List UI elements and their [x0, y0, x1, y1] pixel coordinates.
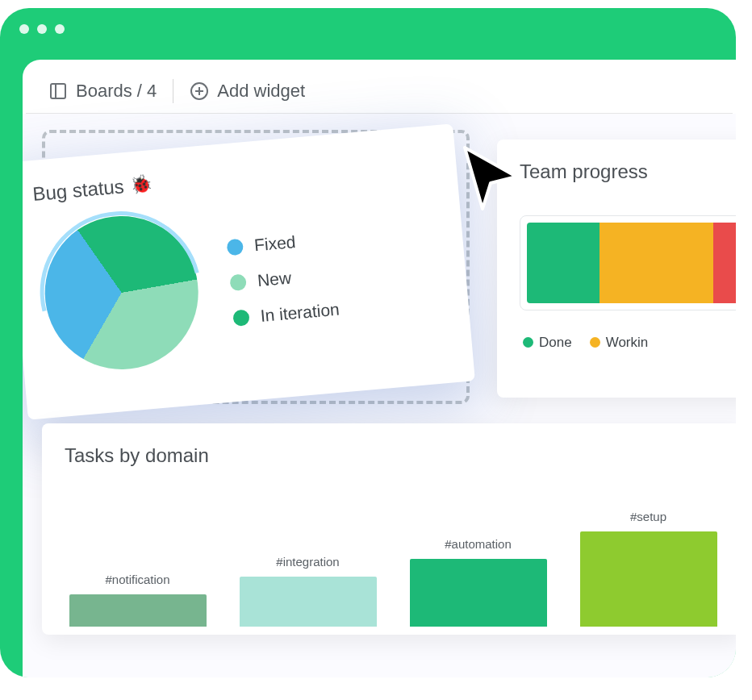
bar-label: #setup: [630, 510, 666, 523]
plus-circle-icon: [190, 81, 209, 101]
legend-item: In iteration: [232, 300, 340, 328]
bar-label: #integration: [276, 555, 339, 569]
toolbar-divider: [173, 79, 173, 103]
boards-icon: [48, 81, 68, 101]
progress-segment: [527, 223, 600, 303]
team-progress-title-text: Team progress: [520, 160, 648, 183]
widget-title: Tasks by domain: [65, 444, 721, 467]
bug-icon: 🐞: [129, 173, 152, 196]
app-frame: Boards / 4 Add widget Bug status 🐞: [0, 8, 736, 677]
boards-label: Boards / 4: [76, 81, 157, 102]
titlebar: [0, 8, 736, 50]
team-progress-widget[interactable]: Team progress DoneWorkin: [497, 140, 736, 398]
legend-item: Fixed: [226, 229, 334, 257]
widget-title: Team progress: [520, 160, 736, 183]
legend-dot: [232, 309, 250, 327]
legend-dot: [229, 273, 247, 291]
bar-label: #automation: [445, 537, 512, 551]
window-dot: [55, 24, 65, 34]
toolbar: Boards / 4 Add widget: [26, 60, 733, 114]
progress-segment: [600, 223, 713, 303]
legend-item: Workin: [590, 335, 649, 351]
legend-dot: [590, 337, 600, 348]
progress-bar-container: [520, 215, 736, 310]
team-legend: DoneWorkin: [520, 335, 736, 351]
bug-status-widget[interactable]: Bug status 🐞 FixedNewIn iteration: [23, 123, 475, 419]
pie-legend: FixedNewIn iteration: [226, 229, 340, 328]
legend-label: In iteration: [260, 300, 340, 326]
legend-item: New: [229, 265, 337, 293]
legend-label: Fixed: [253, 232, 296, 255]
pie-row: FixedNewIn iteration: [36, 189, 448, 377]
bar-group: #integration: [235, 555, 381, 627]
legend-item: Done: [523, 335, 572, 351]
add-widget-button[interactable]: Add widget: [190, 81, 305, 102]
window-body: Boards / 4 Add widget Bug status 🐞: [23, 60, 736, 677]
window-dot: [19, 24, 29, 34]
bar: [240, 577, 377, 627]
pie-chart: [39, 210, 205, 376]
tasks-title-text: Tasks by domain: [65, 444, 209, 467]
cursor-icon: [450, 138, 531, 219]
svg-rect-0: [51, 84, 65, 98]
add-widget-label: Add widget: [217, 81, 305, 102]
board-area: Bug status 🐞 FixedNewIn iteration: [23, 114, 736, 677]
legend-label: New: [257, 269, 292, 291]
bar-chart: #notification#integration#automation#set…: [65, 490, 721, 627]
progress-segment: [713, 223, 736, 303]
bar: [580, 531, 717, 627]
bar: [69, 594, 207, 627]
legend-dot: [226, 239, 244, 256]
boards-selector[interactable]: Boards / 4: [48, 81, 157, 102]
bar-group: #notification: [65, 573, 211, 627]
bar-group: #automation: [405, 537, 551, 627]
bar-group: #setup: [575, 510, 721, 627]
bug-status-title-text: Bug status: [31, 175, 124, 206]
bar: [410, 559, 547, 627]
progress-bar: [527, 223, 736, 303]
window-dot: [37, 24, 47, 34]
legend-dot: [523, 337, 533, 348]
tasks-by-domain-widget[interactable]: Tasks by domain #notification#integratio…: [42, 423, 736, 635]
bar-label: #notification: [105, 573, 169, 586]
